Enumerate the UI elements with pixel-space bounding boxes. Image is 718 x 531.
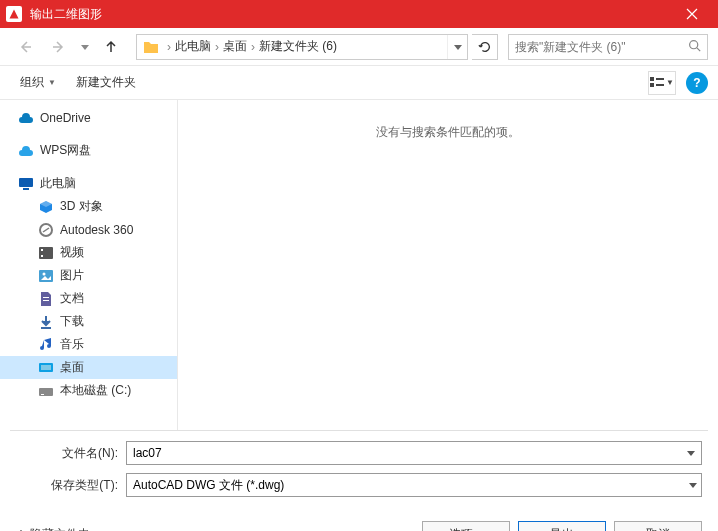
tree-label: 下载 [60,313,84,330]
tree-label: 音乐 [60,336,84,353]
folder-tree: OneDrive WPS网盘 此电脑 3D 对象 Autodesk 360 视频… [0,100,178,430]
back-button[interactable] [10,34,40,60]
up-button[interactable] [96,34,126,60]
organize-menu[interactable]: 组织 ▼ [10,70,66,95]
export-button[interactable]: 导出 [518,521,606,531]
svg-rect-4 [656,84,664,86]
tree-documents[interactable]: 文档 [0,287,177,310]
breadcrumb: › 此电脑 › 桌面 › 新建文件夹 (6) [165,35,339,59]
search-icon[interactable] [688,39,701,55]
disk-icon [38,383,54,399]
dropdown-icon[interactable] [689,478,697,492]
refresh-button[interactable] [472,34,498,60]
address-dropdown[interactable] [447,35,467,59]
history-dropdown[interactable] [78,43,92,51]
filetype-label: 保存类型(T): [16,477,126,494]
svg-rect-5 [19,178,33,187]
title-bar: 输出二维图形 [0,0,718,28]
tree-label: 图片 [60,267,84,284]
chevron-right-icon[interactable]: › [165,40,173,54]
document-icon [38,291,54,307]
search-input[interactable] [515,40,688,54]
tree-label: 此电脑 [40,175,76,192]
tree-thispc[interactable]: 此电脑 [0,172,177,195]
hide-folders-label: 隐藏文件夹 [30,526,90,532]
tree-autodesk[interactable]: Autodesk 360 [0,218,177,241]
organize-label: 组织 [20,74,44,91]
tree-label: Autodesk 360 [60,223,133,237]
crumb-folder[interactable]: 新建文件夹 (6) [257,38,339,55]
tree-label: 文档 [60,290,84,307]
folder-icon [141,37,161,57]
svg-rect-13 [41,327,51,329]
svg-rect-10 [41,255,43,257]
music-icon [38,337,54,353]
filename-input-wrapper[interactable] [126,441,702,465]
svg-rect-6 [23,188,29,190]
chevron-up-icon [16,527,26,531]
download-icon [38,314,54,330]
hide-folders-toggle[interactable]: 隐藏文件夹 [16,526,90,532]
tree-label: WPS网盘 [40,142,91,159]
address-bar[interactable]: › 此电脑 › 桌面 › 新建文件夹 (6) [136,34,468,60]
caret-down-icon: ▼ [48,78,56,87]
window-title: 输出二维图形 [30,6,672,23]
tree-label: 3D 对象 [60,198,103,215]
empty-message: 没有与搜索条件匹配的项。 [376,124,520,141]
search-box[interactable] [508,34,708,60]
tree-wps[interactable]: WPS网盘 [0,139,177,162]
picture-icon [38,268,54,284]
autodesk-icon [38,222,54,238]
crumb-pc[interactable]: 此电脑 [173,38,213,55]
svg-rect-1 [650,77,654,81]
filetype-select[interactable]: AutoCAD DWG 文件 (*.dwg) [126,473,702,497]
tree-videos[interactable]: 视频 [0,241,177,264]
computer-icon [18,176,34,192]
help-button[interactable]: ? [686,72,708,94]
svg-rect-2 [650,83,654,87]
toolbar: 组织 ▼ 新建文件夹 ▼ ? [0,66,718,100]
close-button[interactable] [672,0,712,28]
tree-music[interactable]: 音乐 [0,333,177,356]
svg-rect-8 [39,247,53,259]
nav-bar: › 此电脑 › 桌面 › 新建文件夹 (6) [0,28,718,66]
chevron-right-icon[interactable]: › [249,40,257,54]
tree-desktop[interactable]: 桌面 [0,356,177,379]
tree-3dobjects[interactable]: 3D 对象 [0,195,177,218]
forward-button[interactable] [44,34,74,60]
cloud-icon [18,110,34,126]
filename-input[interactable] [133,446,695,460]
tree-label: 桌面 [60,359,84,376]
footer: 隐藏文件夹 选项... 导出 取消 [0,509,718,531]
save-form: 文件名(N): 保存类型(T): AutoCAD DWG 文件 (*.dwg) [0,431,718,509]
svg-rect-15 [41,365,51,370]
new-folder-label: 新建文件夹 [76,74,136,91]
tree-onedrive[interactable]: OneDrive [0,106,177,129]
cube-icon [38,199,54,215]
options-button[interactable]: 选项... [422,521,510,531]
svg-point-12 [43,272,46,275]
chevron-right-icon[interactable]: › [213,40,221,54]
tree-label: 视频 [60,244,84,261]
tree-downloads[interactable]: 下载 [0,310,177,333]
crumb-desktop[interactable]: 桌面 [221,38,249,55]
view-mode-button[interactable]: ▼ [648,71,676,95]
new-folder-button[interactable]: 新建文件夹 [66,70,146,95]
svg-rect-17 [41,394,44,395]
svg-rect-9 [41,249,43,251]
file-list: 没有与搜索条件匹配的项。 [178,100,718,430]
video-icon [38,245,54,261]
tree-localdisk[interactable]: 本地磁盘 (C:) [0,379,177,402]
app-icon [6,6,22,22]
svg-rect-11 [39,270,53,282]
cancel-button[interactable]: 取消 [614,521,702,531]
cloud-icon [18,143,34,159]
svg-point-0 [690,40,698,48]
tree-pictures[interactable]: 图片 [0,264,177,287]
tree-label: 本地磁盘 (C:) [60,382,131,399]
filename-label: 文件名(N): [16,445,126,462]
body-area: OneDrive WPS网盘 此电脑 3D 对象 Autodesk 360 视频… [0,100,718,430]
svg-rect-3 [656,78,664,80]
caret-down-icon: ▼ [666,78,674,87]
dropdown-icon[interactable] [687,446,695,460]
